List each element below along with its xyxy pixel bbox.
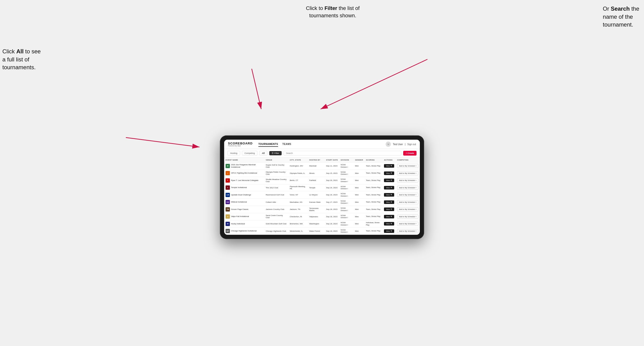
cell-start-date: Sep 18, 2023: [324, 220, 339, 228]
view-button[interactable]: View 👁: [384, 164, 394, 168]
filter-icon: ☰: [272, 152, 274, 154]
add-to-schedule-button[interactable]: Add to My Schedule +: [397, 186, 418, 190]
cell-venue: Shuttle Meadow Country Club: [264, 177, 288, 184]
team-logo: WF: [226, 229, 230, 233]
view-button[interactable]: View 👁: [384, 172, 394, 175]
filter-label: Filter: [274, 152, 279, 154]
sign-out-link[interactable]: Sign out: [407, 143, 416, 146]
app-header: SCOREBOARD Powered by clipd TOURNAMENTS …: [224, 140, 420, 149]
add-schedule-label: Add to My Schedule +: [399, 223, 416, 225]
add-to-schedule-button[interactable]: Add to My Schedule +: [397, 215, 418, 219]
user-avatar: U: [386, 142, 391, 147]
view-button[interactable]: View 👁: [384, 193, 394, 197]
table-row: WF Chicago Highlands Invitational Chicag…: [224, 227, 420, 235]
nav-tournaments[interactable]: TOURNAMENTS: [258, 142, 278, 147]
view-button[interactable]: View 👁: [384, 222, 394, 225]
team-logo: W: [226, 222, 230, 226]
cell-hosted-by: Illinois: [308, 170, 324, 177]
col-event-name: EVENT NAME: [224, 158, 264, 163]
add-to-schedule-button[interactable]: Add to My Schedule +: [397, 171, 418, 175]
add-to-schedule-button[interactable]: Add to My Schedule +: [397, 193, 418, 197]
tablet-screen: SCOREBOARD Powered by clipd TOURNAMENTS …: [224, 140, 420, 235]
cell-event-name: T Temple Invitational: [224, 184, 264, 191]
cell-event-name: F Ryan T. Lee Memorial Collegiate: [224, 177, 264, 184]
cell-event-name: M 2023 Joe Feaganes Marshall Invitationa…: [224, 163, 264, 170]
view-button[interactable]: View 👁: [384, 207, 394, 211]
col-start-date: START DATE: [324, 158, 339, 163]
cell-venue: Colbert Hills: [264, 198, 288, 206]
cell-division: NCAA Division I: [339, 227, 354, 235]
eye-icon: 👁: [390, 201, 392, 203]
event-name-text: Grover Page Classic: [231, 208, 248, 211]
team-logo: I: [226, 171, 230, 175]
cell-hosted-by: Kansas State: [308, 198, 324, 206]
cell-competing: Add to My Schedule +: [396, 184, 420, 191]
team-logo: T: [226, 185, 230, 190]
event-name-text: Valpo Fall Invitational: [231, 215, 249, 218]
cell-scoring: Individual, Stroke Play: [364, 220, 382, 228]
tab-hosting[interactable]: Hosting: [228, 151, 240, 156]
main-nav: TOURNAMENTS TEAMS: [258, 142, 291, 147]
logo-area: SCOREBOARD Powered by clipd: [228, 142, 253, 147]
cell-event-name: KS Wildcat Invitational: [224, 198, 264, 206]
event-name-text: Temple Invitational: [231, 186, 247, 189]
cell-division: NCAA Division I: [339, 184, 354, 191]
team-logo: LM: [226, 193, 230, 197]
add-to-schedule-button[interactable]: Add to My Schedule +: [397, 222, 418, 226]
cell-start-date: Sep 11, 2023: [324, 163, 339, 170]
filter-button[interactable]: ☰ Filter: [269, 151, 282, 155]
cell-city-state: Manhattan, KS: [288, 198, 308, 206]
add-schedule-label: Add to My Schedule +: [399, 165, 416, 167]
cell-scoring: Team, Stroke Play: [364, 177, 382, 184]
cell-venue: Sand Creek Country Club: [264, 213, 288, 220]
col-actions: ACTIONS: [382, 158, 396, 163]
event-name-text: 2023 Joe Feaganes Marshall Invitational: [231, 164, 263, 168]
view-button[interactable]: View 👁: [384, 229, 394, 233]
event-name-text: Upstate Dual Challenge: [231, 194, 251, 196]
view-button[interactable]: View 👁: [384, 186, 394, 189]
eye-icon: 👁: [390, 208, 392, 210]
cell-city-state: Bremerton, WA: [288, 220, 308, 228]
cell-division: NCAA Division I: [339, 220, 354, 228]
cell-hosted-by: Wake Forest: [308, 227, 324, 235]
nav-teams[interactable]: TEAMS: [282, 142, 291, 147]
add-schedule-label: Add to My Schedule +: [399, 230, 416, 232]
eye-icon: 👁: [390, 187, 392, 189]
create-button[interactable]: + Create: [403, 151, 416, 156]
add-to-schedule-button[interactable]: Add to My Schedule +: [397, 229, 418, 233]
cell-city-state: Berlin, CT: [288, 177, 308, 184]
cell-gender: Men: [354, 170, 364, 177]
search-input[interactable]: [284, 151, 402, 156]
cell-hosted-by: Le Moyne: [308, 191, 324, 199]
col-hosted-by: HOSTED BY: [308, 158, 324, 163]
cell-gender: Men: [354, 184, 364, 191]
cell-gender: Men: [354, 177, 364, 184]
annotation-search: Or Search thename of thetournament.: [603, 5, 639, 29]
add-to-schedule-button[interactable]: Add to My Schedule +: [397, 207, 418, 211]
cell-city-state: Plymouth Meeting, PA: [288, 184, 308, 191]
team-logo: F: [226, 178, 230, 182]
cell-start-date: Sep 16, 2023: [324, 177, 339, 184]
cell-hosted-by: Washington: [308, 220, 324, 228]
view-button[interactable]: View 👁: [384, 178, 394, 182]
cell-competing: Add to My Schedule +: [396, 170, 420, 177]
cell-hosted-by: Fairfield: [308, 177, 324, 184]
add-to-schedule-button[interactable]: Add to My Schedule +: [397, 164, 418, 168]
cell-competing: Add to My Schedule +: [396, 191, 420, 199]
table-body: M 2023 Joe Feaganes Marshall Invitationa…: [224, 163, 420, 235]
view-label: View: [386, 172, 390, 174]
tablet-frame: SCOREBOARD Powered by clipd TOURNAMENTS …: [220, 135, 424, 239]
view-button[interactable]: View 👁: [384, 215, 394, 218]
cell-gender: Men: [354, 213, 364, 220]
team-logo: KS: [226, 200, 230, 204]
tab-all[interactable]: All: [259, 151, 268, 156]
view-button[interactable]: View 👁: [384, 200, 394, 204]
cell-city-state: Jackson, TN: [288, 206, 308, 213]
table-row: M 2023 Joe Feaganes Marshall Invitationa…: [224, 163, 420, 170]
cell-hosted-by: Temple: [308, 184, 324, 191]
cell-scoring: Team, Stroke Play: [364, 227, 382, 235]
cell-scoring: Team, Stroke Play: [364, 170, 382, 177]
add-to-schedule-button[interactable]: Add to My Schedule +: [397, 200, 418, 204]
tab-competing[interactable]: Competing: [242, 151, 258, 156]
add-to-schedule-button[interactable]: Add to My Schedule +: [397, 178, 418, 182]
